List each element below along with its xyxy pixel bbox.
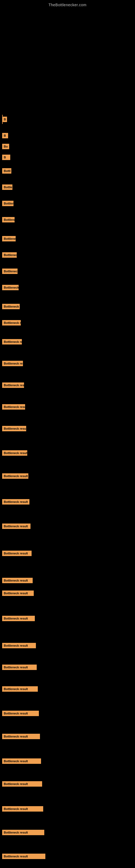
bottleneck-label: Bottleneck result bbox=[2, 339, 22, 344]
bottleneck-label: Bo bbox=[2, 144, 9, 149]
bottleneck-item: Bottleneck result bbox=[2, 643, 36, 648]
bottleneck-item: Bottleneck result bbox=[2, 590, 34, 596]
bottleneck-item: Bottleneck result bbox=[2, 781, 42, 786]
bottleneck-label: Bottleneck result bbox=[2, 578, 33, 583]
bottleneck-item: B bbox=[2, 117, 7, 122]
bottleneck-label: Bottleneck result bbox=[2, 711, 39, 716]
bottleneck-item: Bottleneck result bbox=[2, 304, 20, 309]
bottleneck-label: B bbox=[2, 155, 10, 160]
bottleneck-item: Bottleneck result bbox=[2, 382, 24, 388]
bottleneck-item: Bottleneck result bbox=[2, 499, 30, 504]
bottleneck-item: Bottleneck r bbox=[2, 184, 12, 190]
bottleneck-item: Bottleneck result bbox=[2, 578, 33, 583]
bottleneck-label: Bottleneck re bbox=[2, 217, 14, 222]
bottleneck-item: Bottleneck res bbox=[2, 269, 17, 274]
bottleneck-label: Bottleneck result bbox=[2, 473, 28, 479]
bottleneck-label: Bottleneck result bbox=[2, 524, 31, 529]
bottleneck-item: Bottleneck result bbox=[2, 734, 40, 739]
bottleneck-label: Bottleneck result bbox=[2, 830, 44, 835]
bottleneck-item: Bottleneck result bbox=[2, 339, 22, 344]
main-content-area bbox=[0, 8, 135, 114]
bottleneck-label: Bottlenec bbox=[2, 201, 13, 206]
bottleneck-label: Bottleneck result bbox=[2, 551, 32, 556]
bottleneck-label: Bottleneck res bbox=[2, 320, 21, 326]
bottleneck-item: Bottleneck re bbox=[2, 217, 14, 222]
bottleneck-item: Bottleneck result bbox=[2, 616, 35, 621]
bottleneck-item: Bottleneck result bbox=[2, 686, 38, 692]
bottleneck-label: Bottleneck result bbox=[2, 426, 26, 431]
bottleneck-label: B bbox=[2, 117, 7, 122]
bottleneck-label: Bottleneck result bbox=[2, 361, 23, 366]
bottleneck-item: Bottleneck r bbox=[2, 252, 17, 258]
bottleneck-label: Bottleneck result bbox=[2, 734, 40, 739]
bottleneck-item: Bottleneck result bbox=[2, 664, 37, 670]
bottleneck-label: B bbox=[2, 133, 8, 138]
bottleneck-label: Bottleneck result bbox=[2, 781, 42, 786]
bottleneck-item: Bottleneck res bbox=[2, 320, 21, 326]
bottleneck-item: B bbox=[2, 133, 8, 138]
bottleneck-item: B bbox=[2, 155, 10, 160]
bottleneck-item: Bottleneck result bbox=[2, 524, 31, 529]
bottleneck-item: Bottleneck result bbox=[2, 551, 32, 556]
bottleneck-label: Bottleneck result bbox=[2, 806, 43, 812]
bottleneck-item: Bottlenec bbox=[2, 201, 13, 206]
bottleneck-item: Bottleneck resul bbox=[2, 236, 16, 241]
bottleneck-item: Bottleneck result bbox=[2, 711, 39, 716]
bottleneck-item: Bottleneck result bbox=[2, 361, 23, 366]
bottleneck-item: Bottleneck result bbox=[2, 854, 45, 859]
bottleneck-label: Bottleneck result bbox=[2, 450, 27, 456]
bottleneck-label: Bottleneck result bbox=[2, 643, 36, 648]
bottleneck-item: Bottleneck result bbox=[2, 758, 41, 764]
bottleneck-label: Bottleneck result bbox=[2, 382, 24, 388]
bottleneck-item: Bottleneck bbox=[2, 285, 18, 290]
bottleneck-item: Bottleneck result bbox=[2, 806, 43, 812]
bottleneck-label: Bottleneck res bbox=[2, 269, 17, 274]
bottleneck-label: Bottleneck result bbox=[2, 304, 20, 309]
bottleneck-item: Bottleneck result bbox=[2, 830, 44, 835]
bottleneck-item: Bottleneck result bbox=[2, 404, 25, 410]
bottleneck-label: Bottleneck result bbox=[2, 499, 30, 504]
bottleneck-item: Bottleneck result bbox=[2, 473, 28, 479]
bottleneck-label: Bottleneck result bbox=[2, 404, 25, 410]
bottleneck-label: Bottleneck bbox=[2, 285, 18, 290]
bottleneck-label: Bottleneck result bbox=[2, 854, 45, 859]
bottleneck-label: Bottleneck r bbox=[2, 252, 17, 258]
bottleneck-label: Bottleneck result bbox=[2, 664, 37, 670]
bottleneck-label: Bottl bbox=[2, 168, 11, 174]
bottleneck-label: Bottleneck result bbox=[2, 590, 34, 596]
bottleneck-item: Bottleneck result bbox=[2, 450, 27, 456]
bottleneck-label: Bottleneck result bbox=[2, 758, 41, 764]
bottleneck-item: Bottl bbox=[2, 168, 11, 174]
bottleneck-item: Bo bbox=[2, 144, 9, 149]
bottleneck-label: Bottleneck resul bbox=[2, 236, 16, 241]
bottleneck-label: Bottleneck result bbox=[2, 616, 35, 621]
bottleneck-label: Bottleneck r bbox=[2, 184, 12, 190]
bottleneck-item: Bottleneck result bbox=[2, 426, 26, 431]
bottleneck-label: Bottleneck result bbox=[2, 686, 38, 692]
site-title: TheBottlenecker.com bbox=[0, 0, 135, 8]
